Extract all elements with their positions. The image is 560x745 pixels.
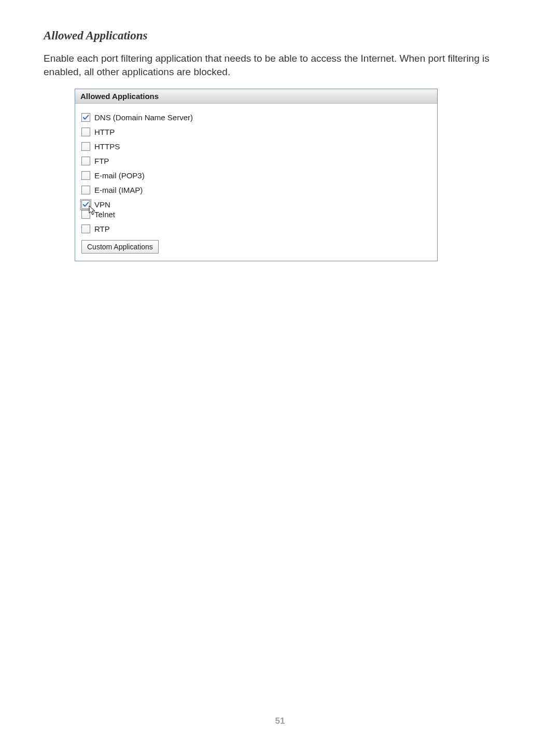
app-row-dns[interactable]: DNS (Domain Name Server) — [81, 111, 431, 124]
section-title: Allowed Applications — [44, 29, 516, 43]
checkbox-email-imap[interactable] — [81, 186, 90, 194]
checkbox-https[interactable] — [81, 142, 90, 151]
page-content: Allowed Applications Enable each port fi… — [0, 0, 560, 261]
app-row-email-imap[interactable]: E-mail (IMAP) — [81, 184, 431, 196]
panel-header: Allowed Applications — [75, 89, 437, 104]
checkbox-dns[interactable] — [81, 113, 90, 122]
app-label: HTTP — [94, 128, 115, 136]
app-label: VPN — [94, 200, 110, 209]
allowed-applications-panel: Allowed Applications DNS (Domain Name Se… — [75, 89, 438, 261]
app-row-vpn[interactable]: VPN — [81, 198, 431, 211]
app-label: E-mail (POP3) — [94, 171, 145, 180]
app-label: RTP — [94, 224, 110, 233]
checkbox-email-pop3[interactable] — [81, 171, 90, 180]
section-description: Enable each port filtering application t… — [44, 52, 516, 78]
checkbox-telnet[interactable] — [81, 210, 90, 219]
checkmark-icon — [82, 114, 89, 121]
app-label: Telnet — [94, 210, 115, 219]
app-label: DNS (Domain Name Server) — [94, 113, 193, 122]
page-number: 51 — [0, 716, 560, 726]
panel-body: DNS (Domain Name Server) HTTP HTTPS FTP — [75, 104, 437, 261]
checkbox-ftp[interactable] — [81, 157, 90, 165]
app-label: E-mail (IMAP) — [94, 186, 143, 194]
checkmark-icon — [82, 201, 89, 208]
checkbox-vpn[interactable] — [81, 200, 90, 209]
checkbox-rtp[interactable] — [81, 224, 90, 233]
app-row-ftp[interactable]: FTP — [81, 154, 431, 167]
app-row-rtp[interactable]: RTP — [81, 222, 431, 235]
app-row-email-pop3[interactable]: E-mail (POP3) — [81, 169, 431, 182]
checkbox-http[interactable] — [81, 128, 90, 136]
app-label: FTP — [94, 157, 109, 165]
app-row-http[interactable]: HTTP — [81, 125, 431, 138]
custom-applications-button[interactable]: Custom Applications — [81, 240, 159, 254]
app-label: HTTPS — [94, 142, 120, 151]
app-row-telnet[interactable]: Telnet — [81, 210, 431, 221]
app-row-https[interactable]: HTTPS — [81, 140, 431, 153]
